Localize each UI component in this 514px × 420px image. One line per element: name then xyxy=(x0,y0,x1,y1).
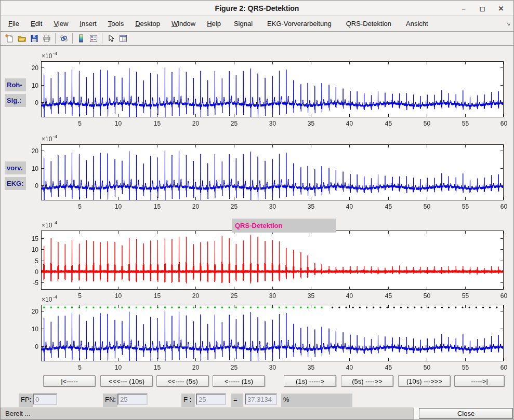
maximize-button[interactable]: ◻ xyxy=(473,5,492,12)
result-input[interactable] xyxy=(245,394,277,405)
figure-toolbar xyxy=(1,32,513,46)
fp-label: FP: xyxy=(19,394,33,407)
new-figure-icon[interactable] xyxy=(3,33,16,44)
f-input[interactable] xyxy=(196,394,226,405)
toolbar-separator xyxy=(102,33,102,44)
window-title: Figure 2: QRS-Detektion xyxy=(1,1,513,16)
forward-5s-button[interactable]: (5s) ---->> xyxy=(341,375,393,387)
plot-raw-signal-canvas xyxy=(19,51,512,130)
label-vorv: vorv. xyxy=(5,161,26,174)
forward-1s-button[interactable]: (1s) -----> xyxy=(284,375,336,387)
property-editor-icon[interactable] xyxy=(117,33,129,44)
menu-item-insert[interactable]: Insert xyxy=(74,16,102,31)
window-controls: – ◻ ✕ xyxy=(454,1,510,16)
menu-item-qrs-detektion[interactable]: QRS-Detektion xyxy=(339,16,399,31)
status-text: Bereit ... xyxy=(1,408,414,419)
go-start-button[interactable]: |<----- xyxy=(43,375,96,387)
close-button[interactable]: Close xyxy=(419,408,513,419)
figure-window: Figure 2: QRS-Detektion – ◻ ✕ File Edit … xyxy=(0,0,514,420)
fn-label: FN: xyxy=(103,394,117,407)
back-10s-button[interactable]: <<<--- (10s) xyxy=(100,375,153,387)
label-sig: Sig.: xyxy=(5,94,26,107)
equals-label: = xyxy=(231,394,243,407)
menu-item-desktop[interactable]: Desktop xyxy=(129,16,166,31)
legend-icon[interactable] xyxy=(87,33,100,44)
save-icon[interactable] xyxy=(28,33,41,44)
go-end-button[interactable]: ----->| xyxy=(454,375,505,387)
plot-preprocessed-canvas xyxy=(19,134,512,213)
title-bar: Figure 2: QRS-Detektion – ◻ ✕ xyxy=(1,1,513,16)
percent-label: % xyxy=(281,394,352,407)
menu-item-view[interactable]: View xyxy=(48,16,74,31)
toolbar-separator xyxy=(55,33,56,44)
menu-bar: File Edit View Insert Tools Desktop Wind… xyxy=(1,16,513,32)
fp-input[interactable] xyxy=(33,394,57,405)
f-label: F : xyxy=(181,394,195,407)
menu-item-help[interactable]: Help xyxy=(201,16,227,31)
label-ekg: EKG: xyxy=(5,177,26,190)
plot-detection-canvas xyxy=(19,294,512,374)
back-1s-button[interactable]: <----- (1s) xyxy=(213,375,265,387)
menu-item-file[interactable]: File xyxy=(3,16,25,31)
status-row: Bereit ... Close xyxy=(1,408,514,419)
edit-plot-icon[interactable] xyxy=(104,33,117,44)
menu-item-ekg-vorverarbeitung[interactable]: EKG-Vorverarbeitung xyxy=(260,16,339,31)
forward-10s-button[interactable]: (10s) --->>> xyxy=(398,375,451,387)
menu-item-edit[interactable]: Edit xyxy=(25,16,48,31)
qrs-detektion-plot-title: QRS-Detektion xyxy=(232,219,336,233)
figure-canvas-area: Roh- Sig.: vorv. EKG: QRS-Detektion |<--… xyxy=(1,46,514,409)
menu-item-signal[interactable]: Signal xyxy=(227,16,260,31)
menu-item-tools[interactable]: Tools xyxy=(102,16,129,31)
menu-overflow-arrow[interactable]: ↘ xyxy=(506,21,510,26)
colorbar-icon[interactable] xyxy=(75,33,87,44)
fn-input[interactable] xyxy=(117,394,148,405)
print-icon[interactable] xyxy=(41,33,53,44)
minimize-button[interactable]: – xyxy=(454,5,473,12)
back-5s-button[interactable]: <<---- (5s) xyxy=(156,375,209,387)
label-roh: Roh- xyxy=(5,78,26,91)
close-window-button[interactable]: ✕ xyxy=(492,5,510,12)
toolbar-separator xyxy=(72,33,73,44)
link-plot-icon[interactable] xyxy=(58,33,70,44)
open-file-icon[interactable] xyxy=(16,33,28,44)
menu-item-window[interactable]: Window xyxy=(166,16,201,31)
menu-item-ansicht[interactable]: Ansicht xyxy=(399,16,436,31)
